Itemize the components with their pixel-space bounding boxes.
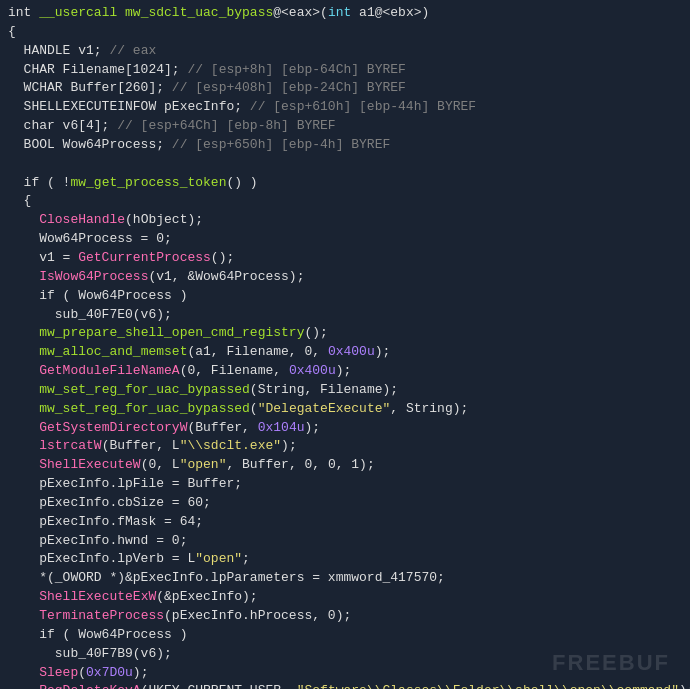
line-20: mw_set_reg_for_uac_bypassed("DelegateExe… (8, 400, 682, 419)
line-blank-1 (8, 155, 682, 174)
line-28: pExecInfo.lpVerb = L"open"; (8, 550, 682, 569)
line-3: CHAR Filename[1024]; // [esp+8h] [ebp-64… (8, 61, 682, 80)
code-container: int __usercall mw_sdclt_uac_bypass@<eax>… (0, 0, 690, 689)
line-13: IsWow64Process(v1, &Wow64Process); (8, 268, 682, 287)
line-22: lstrcatW(Buffer, L"\\sdclt.exe"); (8, 437, 682, 456)
line-15: sub_40F7E0(v6); (8, 306, 682, 325)
line-9: { (8, 192, 682, 211)
line-10: CloseHandle(hObject); (8, 211, 682, 230)
line-11: Wow64Process = 0; (8, 230, 682, 249)
line-18: GetModuleFileNameA(0, Filename, 0x400u); (8, 362, 682, 381)
line-19: mw_set_reg_for_uac_bypassed(String, File… (8, 381, 682, 400)
function-signature: int __usercall mw_sdclt_uac_bypass@<eax>… (8, 4, 682, 23)
line-4: WCHAR Buffer[260]; // [esp+408h] [ebp-24… (8, 79, 682, 98)
line-29: *(_OWORD *)&pExecInfo.lpParameters = xmm… (8, 569, 682, 588)
line-12: v1 = GetCurrentProcess(); (8, 249, 682, 268)
line-8: if ( !mw_get_process_token() ) (8, 174, 682, 193)
line-31: TerminateProcess(pExecInfo.hProcess, 0); (8, 607, 682, 626)
line-26: pExecInfo.fMask = 64; (8, 513, 682, 532)
line-30: ShellExecuteExW(&pExecInfo); (8, 588, 682, 607)
line-33: sub_40F7B9(v6); (8, 645, 682, 664)
line-2: HANDLE v1; // eax (8, 42, 682, 61)
line-25: pExecInfo.cbSize = 60; (8, 494, 682, 513)
line-23: ShellExecuteW(0, L"open", Buffer, 0, 0, … (8, 456, 682, 475)
line-24: pExecInfo.lpFile = Buffer; (8, 475, 682, 494)
line-7: BOOL Wow64Process; // [esp+650h] [ebp-4h… (8, 136, 682, 155)
line-32: if ( Wow64Process ) (8, 626, 682, 645)
line-5: SHELLEXECUTEINFOW pExecInfo; // [esp+610… (8, 98, 682, 117)
line-27: pExecInfo.hwnd = 0; (8, 532, 682, 551)
line-16: mw_prepare_shell_open_cmd_registry(); (8, 324, 682, 343)
line-14: if ( Wow64Process ) (8, 287, 682, 306)
line-34: Sleep(0x7D0u); (8, 664, 682, 683)
line-1: { (8, 23, 682, 42)
line-6: char v6[4]; // [esp+64Ch] [ebp-8h] BYREF (8, 117, 682, 136)
line-21: GetSystemDirectoryW(Buffer, 0x104u); (8, 419, 682, 438)
line-17: mw_alloc_and_memset(a1, Filename, 0, 0x4… (8, 343, 682, 362)
line-35: RegDeleteKeyA(HKEY_CURRENT_USER, "Softwa… (8, 682, 682, 689)
